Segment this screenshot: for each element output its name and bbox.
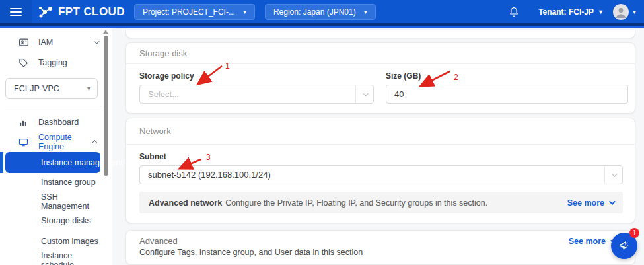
sidebar-item-instance-schedule[interactable]: Instance schedule: [0, 250, 100, 265]
network-see-more-link[interactable]: See more: [567, 198, 614, 208]
sidebar-item-instance-group[interactable]: Instance group: [0, 172, 100, 192]
caret-down-icon: ▾: [599, 9, 602, 15]
previous-section-card-edge: [125, 30, 635, 38]
advanced-network-bar: Advanced network Configure the Private I…: [139, 192, 623, 213]
caret-down-icon: ▾: [243, 9, 246, 15]
network-section: Network Subnet subnet-5142 (192.168.100.…: [125, 118, 635, 223]
chevron-down-icon: [94, 38, 99, 44]
id-card-icon: [18, 37, 29, 48]
section-title: Advanced: [139, 236, 178, 246]
advanced-desc: Configure Tags, Instance group, and User…: [139, 248, 363, 257]
storage-policy-select[interactable]: Select...: [139, 85, 374, 104]
storage-policy-placeholder: Select...: [148, 89, 179, 99]
tag-icon: [18, 57, 29, 68]
active-item-indicator: [0, 152, 3, 173]
user-menu[interactable]: ▾: [613, 4, 636, 20]
sidebar-scrollbar[interactable]: [104, 36, 108, 176]
sidebar-item-instance-management[interactable]: Instance management: [5, 152, 100, 173]
monitor-icon: [18, 137, 29, 147]
sidebar-item-tagging[interactable]: Tagging: [0, 53, 100, 73]
region-dropdown[interactable]: Region: Japan (JPN01) ▾: [265, 4, 376, 20]
size-gb-label: Size (GB): [386, 71, 421, 81]
sidebar-item-label: Instance group: [41, 178, 96, 187]
avatar: [613, 4, 629, 20]
subnet-select[interactable]: subnet-5142 (192.168.100.1/24): [139, 165, 623, 184]
subnet-label: Subnet: [139, 152, 166, 161]
caret-down-icon: ▾: [364, 9, 367, 15]
region-dropdown-label: Region: Japan (JPN01): [273, 7, 356, 17]
vpc-select[interactable]: FCI-JP-VPC ▾: [5, 78, 98, 99]
sidebar-item-iam[interactable]: IAM: [0, 32, 100, 52]
notification-bell-icon[interactable]: [508, 6, 520, 18]
size-gb-input[interactable]: [386, 85, 628, 104]
project-dropdown[interactable]: Project: PROJECT_FCI-... ▾: [134, 4, 255, 20]
storage-policy-label: Storage policy: [139, 71, 194, 81]
caret-down-icon: ▾: [633, 9, 636, 15]
sidebar-item-ssh-management[interactable]: SSH Management: [0, 192, 100, 211]
molecule-logo-icon: [37, 4, 54, 20]
fpt-cloud-logo: FPT CLOUD: [37, 4, 125, 20]
advanced-network-desc: Configure the Private IP, Floating IP, a…: [225, 198, 487, 208]
caret-down-icon: ▾: [87, 85, 90, 92]
select-arrow-area: [355, 85, 373, 103]
menu-icon[interactable]: [0, 0, 32, 23]
see-more-label: See more: [567, 198, 604, 208]
section-title: Storage disk: [126, 43, 635, 64]
sidebar: IAM Tagging FCI-JP-VPC ▾ Dashboard Compu…: [0, 28, 112, 265]
sidebar-item-dashboard[interactable]: Dashboard: [0, 112, 100, 132]
notification-badge: 1: [629, 228, 639, 238]
scrollbar-up-arrow[interactable]: [103, 30, 108, 34]
advanced-see-more-link[interactable]: See more: [569, 237, 615, 246]
sidebar-item-label: Dashboard: [38, 118, 79, 127]
logo-text: FPT CLOUD: [58, 5, 125, 19]
sidebar-item-compute-engine[interactable]: Compute Engine: [0, 132, 100, 152]
sidebar-item-label: Instance schedule: [41, 251, 100, 265]
advanced-network-title: Advanced network: [149, 198, 222, 208]
advanced-section: Advanced Configure Tags, Instance group,…: [125, 230, 635, 265]
sidebar-item-label: Storage disks: [41, 216, 91, 225]
storage-disk-section: Storage disk Storage policy Select... Si…: [125, 42, 635, 114]
sidebar-item-storage-disks[interactable]: Storage disks: [0, 211, 100, 231]
sidebar-item-label: SSH Management: [41, 192, 100, 211]
sidebar-item-label: IAM: [38, 38, 53, 47]
project-dropdown-label: Project: PROJECT_FCI-...: [143, 7, 235, 17]
sidebar-divider: [5, 106, 102, 106]
subnet-select-value: subnet-5142 (192.168.100.1/24): [148, 170, 271, 180]
vpc-select-value: FCI-JP-VPC: [14, 84, 59, 93]
sidebar-item-label: Instance management: [41, 158, 123, 167]
sidebar-item-label: Tagging: [38, 58, 67, 67]
see-more-label: See more: [569, 237, 606, 246]
sidebar-item-label: Compute Engine: [38, 133, 94, 151]
chevron-down-icon: [363, 91, 368, 96]
tenant-dropdown[interactable]: Tenant: FCI-JP ▾: [538, 7, 602, 17]
bar-chart-icon: [18, 117, 29, 128]
person-icon: [613, 4, 629, 20]
chevron-down-icon: [609, 198, 616, 205]
sidebar-item-custom-images[interactable]: Custom images: [0, 231, 100, 251]
select-arrow-area: [604, 166, 622, 184]
sidebar-item-label: Custom images: [41, 237, 98, 246]
chevron-down-icon: [612, 171, 617, 176]
top-header: FPT CLOUD Project: PROJECT_FCI-... ▾ Reg…: [0, 0, 644, 23]
megaphone-icon: [617, 239, 632, 254]
tenant-label: Tenant: FCI-JP: [538, 7, 594, 17]
section-title: Network: [126, 118, 635, 145]
header-accent-line: [0, 26, 644, 28]
